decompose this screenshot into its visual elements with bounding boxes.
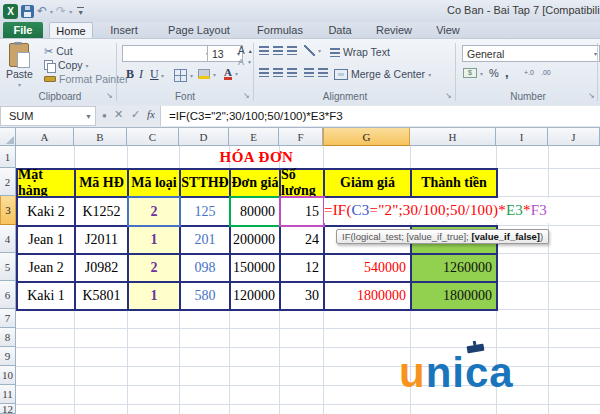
cell-g6[interactable]: 1800000 bbox=[323, 281, 412, 311]
clipboard-dialog-launcher[interactable]: ↘ bbox=[106, 91, 113, 100]
column-header-d[interactable]: D bbox=[179, 128, 229, 146]
decrease-indent-button[interactable] bbox=[304, 68, 314, 77]
align-top-button[interactable] bbox=[259, 46, 269, 55]
cell-e4[interactable]: 200000 bbox=[229, 225, 281, 255]
select-all-corner[interactable] bbox=[0, 128, 16, 146]
cell-g3-formula[interactable]: =IF(C3="2";30/100;50/100)*E3*F3 bbox=[324, 198, 594, 223]
row-header-5[interactable]: 5 bbox=[0, 253, 16, 281]
cell-c6[interactable]: 1 bbox=[127, 281, 181, 311]
shrink-font-button[interactable]: A▼ bbox=[238, 57, 252, 67]
cell-c3[interactable]: 2 bbox=[127, 196, 181, 227]
cell-h2[interactable]: Thành tiền bbox=[410, 168, 498, 198]
underline-dropdown-icon[interactable]: ▾ bbox=[161, 72, 164, 79]
cell-a4[interactable]: Jean 1 bbox=[16, 225, 76, 255]
row-header-6[interactable]: 6 bbox=[0, 281, 16, 309]
cell-d5[interactable]: 098 bbox=[179, 253, 231, 283]
percent-style-button[interactable]: % bbox=[489, 67, 499, 79]
insert-function-button[interactable]: fx bbox=[147, 108, 155, 120]
decrease-decimal-button[interactable]: .00 bbox=[541, 69, 551, 76]
column-header-f[interactable]: F bbox=[279, 128, 323, 146]
tab-data[interactable]: Data bbox=[319, 22, 361, 38]
tab-review[interactable]: Review bbox=[367, 22, 421, 38]
number-format-select[interactable]: General▾ bbox=[462, 45, 600, 62]
cell-d2[interactable]: STTHĐ bbox=[179, 168, 231, 198]
column-header-a[interactable]: A bbox=[16, 128, 74, 146]
row-header-3[interactable]: 3 bbox=[0, 196, 16, 225]
font-name-select[interactable]: ▾ bbox=[122, 45, 212, 62]
formula-input[interactable]: =IF(C3="2";30/100;50/100)*E3*F3 bbox=[160, 106, 600, 126]
cell-e5[interactable]: 150000 bbox=[229, 253, 281, 283]
undo-dropdown-icon[interactable]: ▾ bbox=[50, 8, 53, 15]
cell-b2[interactable]: Mã HĐ bbox=[74, 168, 129, 198]
cell-d6[interactable]: 580 bbox=[179, 281, 231, 311]
font-color-button[interactable]: A▾ bbox=[224, 67, 238, 80]
column-header-e[interactable]: E bbox=[229, 128, 279, 146]
cell-b6[interactable]: K5801 bbox=[74, 281, 129, 311]
bold-button[interactable]: B bbox=[126, 67, 134, 82]
redo-dropdown-icon[interactable]: ▾ bbox=[69, 8, 72, 15]
tab-file[interactable]: File bbox=[3, 22, 43, 38]
cell-a2[interactable]: Mặt hàng bbox=[16, 168, 76, 198]
comma-style-button[interactable]: , bbox=[505, 65, 509, 80]
number-dialog-launcher[interactable]: ↘ bbox=[588, 91, 595, 100]
column-header-j[interactable]: J bbox=[548, 128, 600, 146]
align-middle-button[interactable] bbox=[273, 46, 283, 55]
cell-g2[interactable]: Giảm giá bbox=[323, 168, 412, 198]
column-header-g[interactable]: G bbox=[323, 128, 410, 146]
align-center-button[interactable] bbox=[273, 68, 283, 77]
cell-e3[interactable]: 80000 bbox=[229, 196, 281, 227]
cell-h5[interactable]: 1260000 bbox=[410, 253, 498, 283]
row-header-7[interactable]: 7 bbox=[0, 309, 16, 328]
cell-d3[interactable]: 125 bbox=[179, 196, 231, 227]
column-header-b[interactable]: B bbox=[74, 128, 127, 146]
tab-view[interactable]: View bbox=[427, 22, 469, 38]
align-right-button[interactable] bbox=[287, 68, 297, 77]
increase-decimal-button[interactable]: +.0 bbox=[524, 69, 534, 76]
cell-c5[interactable]: 2 bbox=[127, 253, 181, 283]
align-left-button[interactable] bbox=[259, 68, 269, 77]
row-header-8[interactable]: 8 bbox=[0, 328, 16, 347]
undo-button[interactable]: ↶ bbox=[37, 4, 47, 18]
column-header-c[interactable]: C bbox=[127, 128, 179, 146]
borders-button[interactable]: ▾ bbox=[174, 69, 193, 82]
increase-indent-button[interactable] bbox=[318, 68, 328, 77]
cell-f3[interactable]: 15 bbox=[279, 196, 325, 227]
cancel-button[interactable]: ✕ bbox=[114, 108, 123, 121]
merge-center-button[interactable]: Merge & Center ▾ bbox=[334, 68, 431, 80]
orientation-button[interactable]: ▾ bbox=[304, 45, 321, 56]
row-header-10[interactable]: 10 bbox=[0, 366, 16, 385]
tab-insert[interactable]: Insert bbox=[97, 22, 151, 38]
tab-home[interactable]: Home bbox=[49, 22, 93, 39]
row-header-12[interactable]: 12 bbox=[0, 404, 16, 414]
accounting-format-button[interactable]: $▾ bbox=[463, 68, 483, 78]
cell-e2[interactable]: Đơn giá bbox=[229, 168, 281, 198]
row-header-1[interactable]: 1 bbox=[0, 146, 16, 168]
copy-button[interactable]: Copy ▾ bbox=[44, 59, 89, 71]
underline-button[interactable]: U bbox=[150, 67, 159, 82]
cell-a6[interactable]: Kaki 1 bbox=[16, 281, 76, 311]
enter-button[interactable]: ✓ bbox=[131, 108, 140, 121]
row-header-4[interactable]: 4 bbox=[0, 225, 16, 253]
cell-a3[interactable]: Kaki 2 bbox=[16, 196, 76, 227]
cell-f2[interactable]: Số lượng bbox=[279, 168, 325, 198]
cell-b5[interactable]: J0982 bbox=[74, 253, 129, 283]
wrap-text-button[interactable]: Wrap Text bbox=[330, 46, 390, 58]
cell-c2[interactable]: Mã loại bbox=[127, 168, 181, 198]
cell-d4[interactable]: 201 bbox=[179, 225, 231, 255]
cell-b3[interactable]: K1252 bbox=[74, 196, 129, 227]
redo-button[interactable]: ↷ bbox=[56, 4, 66, 18]
paste-button[interactable]: Paste ▾ bbox=[6, 43, 33, 88]
cell-f5[interactable]: 12 bbox=[279, 253, 325, 283]
fill-color-button[interactable]: ▾ bbox=[198, 69, 216, 79]
qat-customize-button[interactable]: ▼ bbox=[77, 7, 84, 16]
alignment-dialog-launcher[interactable]: ↘ bbox=[445, 91, 452, 100]
cell-a5[interactable]: Jean 2 bbox=[16, 253, 76, 283]
tab-page-layout[interactable]: Page Layout bbox=[157, 22, 241, 38]
cell-g5[interactable]: 540000 bbox=[323, 253, 412, 283]
row-header-9[interactable]: 9 bbox=[0, 347, 16, 366]
cut-button[interactable]: ✂ Cut bbox=[44, 45, 73, 57]
cell-b4[interactable]: J2011 bbox=[74, 225, 129, 255]
column-header-i[interactable]: I bbox=[496, 128, 548, 146]
cell-f6[interactable]: 30 bbox=[279, 281, 325, 311]
align-bottom-button[interactable] bbox=[287, 46, 297, 55]
